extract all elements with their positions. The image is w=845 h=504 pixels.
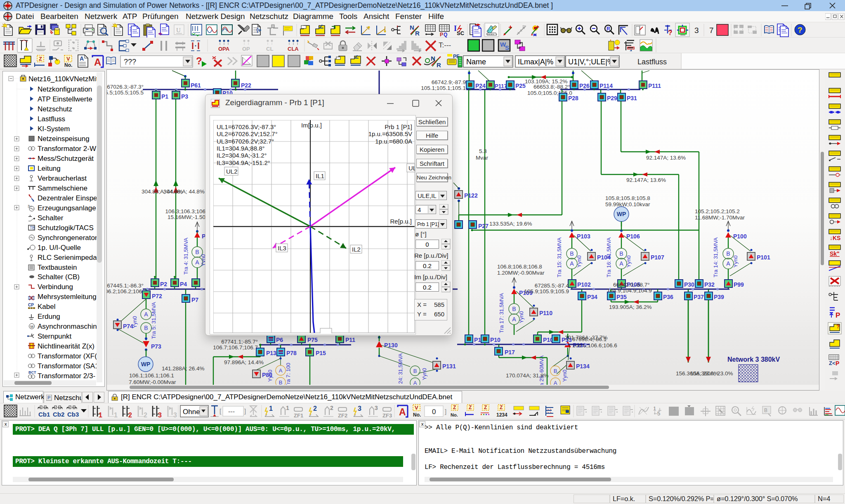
svg-text:Tra 14: 31,5MVA: Tra 14: 31,5MVA	[713, 237, 719, 277]
svg-text:Schalter (CB): Schalter (CB)	[38, 273, 80, 281]
svg-text:Verbraucherlast: Verbraucherlast	[38, 174, 87, 182]
svg-text:Ohne: Ohne	[183, 408, 200, 416]
svg-text:P24: P24	[475, 82, 486, 89]
svg-text:105.8;105.8;105.8: 105.8;105.8;105.8	[605, 195, 650, 201]
svg-text:Im[p.u.]: Im[p.u.]	[301, 122, 322, 129]
svg-text:P117: P117	[495, 83, 507, 89]
svg-text:105.9;105.9;105.9: 105.9;105.9;105.9	[524, 288, 569, 294]
svg-text:11.68MW;-1.70Mvar: 11.68MW;-1.70Mvar	[695, 214, 745, 221]
svg-text:Nichtlinearität Z(x): Nichtlinearität Z(x)	[38, 342, 94, 350]
svg-text:?: ?	[798, 26, 803, 34]
svg-text:7: 7	[709, 26, 714, 35]
svg-text:---: ---	[228, 408, 235, 415]
svg-text:T:---: T:---	[439, 41, 451, 49]
svg-text:A: A	[144, 311, 148, 318]
svg-text:1p.u.=63508.5V: 1p.u.=63508.5V	[368, 130, 412, 137]
svg-text:201.786A; 37.7%: 201.786A; 37.7%	[565, 334, 608, 341]
svg-text:P31: P31	[627, 95, 637, 101]
svg-text:A: A	[570, 260, 574, 267]
svg-text:5: 5	[657, 410, 660, 417]
svg-text:P75: P75	[307, 337, 318, 343]
svg-text:Yyn0: Yyn0	[732, 255, 739, 268]
svg-text:Z: Z	[39, 56, 42, 62]
svg-text:106.7;106.7;106.7: 106.7;106.7;106.7	[213, 344, 258, 351]
svg-text:67445.1;-86.3°: 67445.1;-86.3°	[107, 283, 144, 289]
svg-text:A: A	[195, 259, 199, 266]
svg-text:N: N	[431, 55, 435, 62]
svg-text:ZF2: ZF2	[338, 412, 347, 419]
svg-text:B: B	[512, 306, 516, 312]
svg-text:A: A	[399, 407, 406, 417]
svg-text:P10: P10	[490, 337, 500, 343]
svg-text:P34: P34	[587, 294, 597, 300]
svg-text:Sternpunkt: Sternpunkt	[38, 332, 71, 340]
svg-text:P: P	[836, 360, 839, 367]
svg-text:Mvar: Mvar	[476, 155, 489, 161]
svg-text:?: ?	[196, 55, 202, 66]
svg-text:Re[p.u.]: Re[p.u.]	[390, 218, 412, 225]
svg-text:A: A	[726, 260, 730, 267]
svg-text:P102: P102	[577, 281, 591, 288]
svg-text:B: B	[764, 407, 767, 413]
svg-text:105.5;105.5;105.5: 105.5;105.5;105.5	[107, 89, 144, 96]
svg-text:2: 2	[330, 405, 333, 411]
svg-text:Netzeinspeisung: Netzeinspeisung	[38, 135, 90, 143]
svg-text:RLC Serienimpedan: RLC Serienimpedan	[38, 254, 97, 261]
svg-text:Dezentraler Einspe: Dezentraler Einspe	[38, 194, 97, 202]
svg-text:P130: P130	[384, 342, 398, 349]
svg-text:A: A	[279, 367, 283, 374]
svg-text:3: 3	[375, 405, 378, 411]
svg-text:2: 2	[128, 412, 132, 419]
svg-text:3~: 3~	[28, 204, 32, 208]
svg-text:B: B	[570, 250, 574, 257]
svg-text:P30: P30	[684, 281, 694, 288]
svg-text:Textbaustein: Textbaustein	[38, 264, 77, 271]
svg-text:Tra 15: 31,5MVA: Tra 15: 31,5MVA	[556, 237, 562, 277]
svg-text:156.360A; 23.0%: 156.360A; 23.0%	[690, 370, 733, 377]
svg-text:IL1: IL1	[316, 172, 324, 179]
svg-text:Erdung: Erdung	[38, 313, 60, 320]
svg-text:105.1;105.1;105.1: 105.1;105.1;105.1	[421, 85, 466, 91]
svg-text:?: ?	[668, 29, 672, 37]
svg-text:Q: Q	[444, 32, 447, 38]
svg-text:???: ???	[124, 58, 136, 66]
svg-text:P26: P26	[579, 82, 590, 89]
svg-text:I: I	[454, 24, 457, 33]
svg-text:Netz16_110kVNetzMit: Netz16_110kVNetzMit	[28, 75, 97, 83]
svg-text:Z: Z	[500, 405, 503, 410]
svg-text:Yyn0: Yyn0	[518, 311, 524, 323]
svg-text:UL2=67026.2V;152.7°: UL2=67026.2V;152.7°	[217, 130, 278, 137]
svg-text:1p. U/I-Quelle: 1p. U/I-Quelle	[38, 244, 81, 252]
svg-text:P32: P32	[704, 281, 715, 288]
svg-text:P61: P61	[191, 82, 201, 89]
svg-text:Yyn0: Yyn0	[267, 370, 273, 382]
svg-text:P1: P1	[161, 93, 168, 100]
svg-text:Cb1: Cb1	[38, 411, 50, 418]
svg-text:106.6;106.6;106.6: 106.6;106.6;106.6	[572, 342, 617, 349]
svg-text:S: S	[505, 44, 509, 51]
svg-text:P29: P29	[607, 95, 617, 101]
svg-text:IL3: IL3	[278, 245, 286, 252]
svg-text:ATP Einstellwerte: ATP Einstellwerte	[38, 95, 92, 103]
svg-text:P: P	[47, 395, 50, 400]
svg-text:92.147A; 13.6%: 92.147A; 13.6%	[626, 177, 666, 183]
svg-text:No.: No.	[451, 412, 458, 417]
svg-text:Lastfluss: Lastfluss	[637, 58, 667, 66]
svg-text:P6: P6	[276, 337, 283, 343]
svg-text:N: N	[410, 24, 414, 31]
svg-text:1: 1	[114, 412, 118, 419]
svg-text:Sammelschiene: Sammelschiene	[38, 184, 87, 192]
svg-text:106.8;106.8;106.8: 106.8;106.8;106.8	[497, 264, 542, 270]
svg-text:P101: P101	[757, 254, 770, 261]
svg-text:B: B	[195, 249, 199, 255]
svg-text:Transformator (SA1: Transformator (SA1	[38, 362, 97, 370]
svg-text:CLA: CLA	[288, 46, 299, 52]
svg-text:P122: P122	[464, 192, 478, 199]
svg-text:Yyn0: Yyn0	[132, 316, 138, 328]
svg-text:P78: P78	[286, 350, 297, 356]
svg-text:IL1=304.9A;88.8°: IL1=304.9A;88.8°	[217, 145, 265, 152]
svg-text:P27: P27	[478, 223, 489, 229]
svg-text:106.3;106.3;106: 106.3;106.3;106	[165, 208, 205, 214]
svg-text:Name: Name	[466, 58, 486, 66]
svg-text:Kabel: Kabel	[38, 303, 55, 311]
